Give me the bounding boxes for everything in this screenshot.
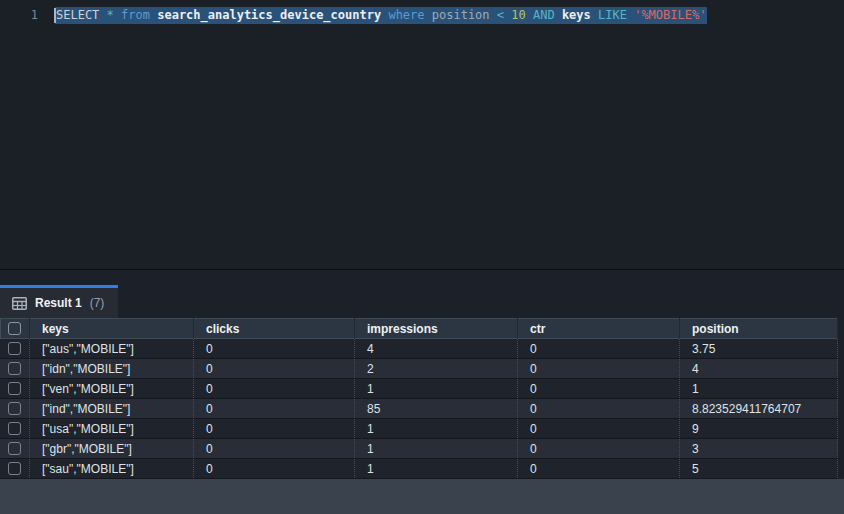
cell-keys: ["sau","MOBILE"] — [30, 459, 194, 478]
cell-position: 3 — [680, 439, 838, 458]
table-row[interactable]: ["idn","MOBILE"]0204 — [0, 359, 838, 379]
cell-keys: ["ven","MOBILE"] — [30, 379, 194, 398]
row-checkbox[interactable] — [8, 422, 21, 435]
table-row[interactable]: ["usa","MOBILE"]0109 — [0, 419, 838, 439]
sql-token-num: 10 — [511, 8, 525, 22]
cell-ctr: 0 — [518, 379, 680, 398]
sql-token-plain — [490, 8, 497, 22]
cell-clicks: 0 — [194, 399, 355, 418]
sql-token-plain — [114, 8, 121, 22]
cell-impressions: 4 — [355, 339, 518, 358]
header-cell-keys[interactable]: keys — [30, 318, 194, 339]
cell-position: 5 — [680, 459, 838, 478]
table-row[interactable]: ["aus","MOBILE"]0403.75 — [0, 339, 838, 359]
tab-label: Result 1 — [35, 296, 82, 310]
table-header-row: keysclicksimpressionsctrposition — [0, 318, 838, 339]
header-cell-clicks[interactable]: clicks — [194, 318, 355, 339]
sql-editor[interactable]: 1 SELECT * from search_analytics_device_… — [0, 0, 844, 270]
results-tab-strip: Result 1 (7) — [0, 270, 844, 318]
row-checkbox-cell — [0, 399, 30, 418]
panel-empty-area — [0, 479, 844, 514]
editor-line-1: 1 SELECT * from search_analytics_device_… — [0, 6, 844, 24]
sql-token-op: * — [107, 8, 114, 22]
table-row[interactable]: ["sau","MOBILE"]0105 — [0, 459, 838, 479]
sql-client-window: 1 SELECT * from search_analytics_device_… — [0, 0, 844, 514]
cell-clicks: 0 — [194, 339, 355, 358]
sql-token-kw2: where — [388, 8, 424, 22]
text-cursor — [54, 8, 56, 23]
results-table: keysclicksimpressionsctrposition ["aus",… — [0, 318, 838, 479]
sql-token-op: LIKE — [598, 8, 627, 22]
cell-keys: ["aus","MOBILE"] — [30, 339, 194, 358]
table-row[interactable]: ["ven","MOBILE"]0101 — [0, 379, 838, 399]
sql-token-kw1: SELECT — [56, 8, 99, 22]
tab-row-count: (7) — [90, 296, 105, 310]
cell-ctr: 0 — [518, 359, 680, 378]
cell-position: 3.75 — [680, 339, 838, 358]
cell-ctr: 0 — [518, 459, 680, 478]
row-checkbox-cell — [0, 419, 30, 438]
sql-token-plain — [555, 8, 562, 22]
cell-position: 8.823529411764707 — [680, 399, 838, 418]
sql-token-field: position — [432, 8, 490, 22]
table-body: ["aus","MOBILE"]0403.75["idn","MOBILE"]0… — [0, 339, 838, 479]
sql-token-ident: keys — [562, 8, 591, 22]
cell-position: 4 — [680, 359, 838, 378]
cell-keys: ["gbr","MOBILE"] — [30, 439, 194, 458]
row-checkbox-cell — [0, 459, 30, 478]
cell-clicks: 0 — [194, 379, 355, 398]
row-checkbox-cell — [0, 439, 30, 458]
cell-ctr: 0 — [518, 339, 680, 358]
cell-impressions: 1 — [355, 439, 518, 458]
sql-token-plain — [526, 8, 533, 22]
cell-keys: ["ind","MOBILE"] — [30, 399, 194, 418]
cell-ctr: 0 — [518, 419, 680, 438]
cell-position: 9 — [680, 419, 838, 438]
selected-sql-text: SELECT * from search_analytics_device_co… — [55, 7, 707, 24]
tab-result-1[interactable]: Result 1 (7) — [0, 285, 118, 318]
row-checkbox[interactable] — [8, 442, 21, 455]
cell-impressions: 1 — [355, 419, 518, 438]
cell-impressions: 1 — [355, 459, 518, 478]
cell-keys: ["usa","MOBILE"] — [30, 419, 194, 438]
select-all-checkbox[interactable] — [8, 322, 21, 335]
header-cell-select-all — [0, 318, 30, 339]
table-row[interactable]: ["gbr","MOBILE"]0103 — [0, 439, 838, 459]
sql-token-op: < — [497, 8, 504, 22]
row-checkbox-cell — [0, 339, 30, 358]
sql-token-plain — [591, 8, 598, 22]
table-icon — [12, 297, 27, 310]
row-checkbox[interactable] — [8, 342, 21, 355]
header-cell-impressions[interactable]: impressions — [355, 318, 518, 339]
line-number: 1 — [0, 8, 38, 22]
sql-token-ident: search_analytics_device_country — [157, 8, 381, 22]
sql-token-plain — [99, 8, 106, 22]
cell-position: 1 — [680, 379, 838, 398]
sql-token-plain — [425, 8, 432, 22]
sql-token-op: AND — [533, 8, 555, 22]
results-panel: Result 1 (7) keysclicksimpressionsctrpos… — [0, 270, 844, 514]
cell-keys: ["idn","MOBILE"] — [30, 359, 194, 378]
sql-token-kw2: from — [121, 8, 150, 22]
header-cell-ctr[interactable]: ctr — [518, 318, 680, 339]
cell-clicks: 0 — [194, 359, 355, 378]
sql-query-input[interactable]: SELECT * from search_analytics_device_co… — [54, 7, 707, 24]
cell-clicks: 0 — [194, 439, 355, 458]
row-checkbox[interactable] — [8, 402, 21, 415]
cell-clicks: 0 — [194, 459, 355, 478]
cell-ctr: 0 — [518, 439, 680, 458]
row-checkbox-cell — [0, 379, 30, 398]
cell-impressions: 1 — [355, 379, 518, 398]
cell-impressions: 2 — [355, 359, 518, 378]
table-row[interactable]: ["ind","MOBILE"]08508.823529411764707 — [0, 399, 838, 419]
row-checkbox[interactable] — [8, 362, 21, 375]
cell-clicks: 0 — [194, 419, 355, 438]
row-checkbox-cell — [0, 359, 30, 378]
cell-ctr: 0 — [518, 399, 680, 418]
row-checkbox[interactable] — [8, 382, 21, 395]
row-checkbox[interactable] — [8, 462, 21, 475]
sql-token-str: '%MOBILE%' — [634, 8, 706, 22]
header-cell-position[interactable]: position — [680, 318, 838, 339]
cell-impressions: 85 — [355, 399, 518, 418]
